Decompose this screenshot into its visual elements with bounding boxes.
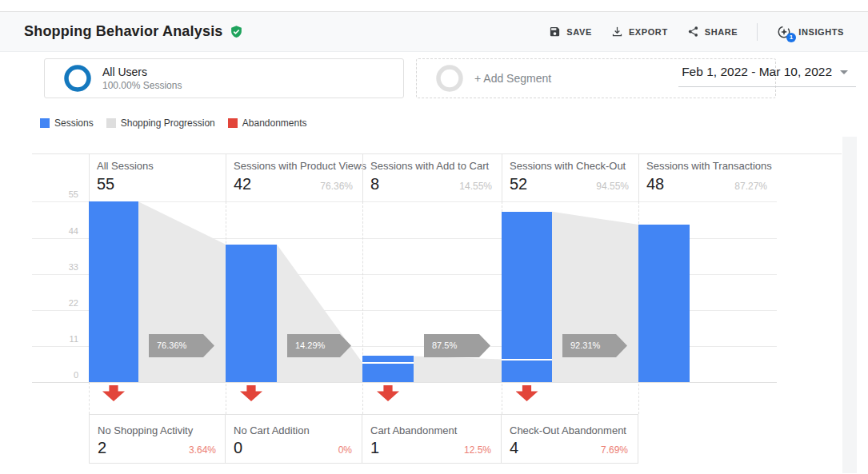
funnel-bar-sessions-with-product-views[interactable] [226, 245, 277, 383]
shopping-funnel-chart: 55443322110All Sessions55Sessions with P… [32, 137, 842, 473]
download-icon [611, 26, 623, 38]
abandonment-percent: 3.64% [189, 444, 216, 456]
chevron-down-icon [840, 70, 848, 74]
funnel-bar-sessions-with-check-out[interactable] [502, 212, 552, 383]
abandonment-label: Cart Abandonment [370, 424, 491, 436]
chart-legend: Sessions Shopping Progression Abandonmen… [40, 118, 307, 129]
report-panel: Shopping Behavior Analysis SAVE [0, 11, 868, 474]
save-button[interactable]: SAVE [549, 26, 592, 38]
funnel-bar-sessions-with-transactions[interactable] [638, 225, 690, 382]
transition-arrow-0: 76.36% [149, 334, 214, 357]
save-icon [549, 26, 561, 38]
transition-arrow-1: 14.29% [287, 334, 351, 357]
share-button[interactable]: SHARE [687, 26, 738, 38]
abandonment-value: 4 [510, 439, 518, 457]
bar-divider-line [362, 362, 414, 364]
transition-arrow-2: 87.5% [424, 334, 490, 357]
date-range-selector[interactable]: Feb 1, 2022 - Mar 10, 2022 [678, 62, 856, 87]
abandonment-percent: 0% [338, 444, 352, 456]
export-button[interactable]: EXPORT [611, 26, 668, 38]
abandonment-label: Check-Out Abandonment [510, 424, 628, 436]
progression-swatch [106, 118, 116, 128]
abandonment-card-no-shopping-activity[interactable]: No Shopping Activity23.64% [89, 414, 226, 464]
transition-arrow-3: 92.31% [562, 334, 627, 357]
legend-item-shopping-progression: Shopping Progression [106, 118, 215, 129]
insights-button[interactable]: 1 INSIGHTS [777, 25, 844, 39]
scrollbar-track[interactable] [842, 137, 857, 473]
empty-donut-icon [436, 65, 463, 92]
abandonments-swatch [228, 118, 238, 128]
abandonment-card-no-cart-addition[interactable]: No Cart Addition00% [225, 414, 362, 464]
verified-shield-icon [230, 25, 243, 39]
shopping-behavior-report: Shopping Behavior Analysis SAVE [0, 0, 868, 474]
abandonment-card-cart-abandonment[interactable]: Cart Abandonment112.5% [362, 414, 502, 464]
abandonment-label: No Cart Addition [234, 424, 352, 436]
bar-divider-line [502, 359, 552, 360]
add-segment-label: + Add Segment [474, 72, 551, 85]
insights-icon: 1 [777, 25, 793, 39]
page-title: Shopping Behavior Analysis [24, 23, 223, 40]
segment-donut-icon [64, 65, 91, 92]
segment-card-all-users[interactable]: All Users 100.00% Sessions [44, 58, 404, 98]
funnel-bar-all-sessions[interactable] [89, 201, 138, 382]
toolbar-divider [757, 23, 758, 41]
share-icon [687, 26, 699, 38]
progression-shape-1 [277, 245, 362, 383]
toolbar: SAVE EXPORT SHARE [549, 23, 844, 41]
segment-name: All Users [102, 66, 182, 78]
abandonment-percent: 12.5% [464, 444, 491, 456]
sessions-swatch [40, 118, 50, 128]
insights-badge: 1 [786, 33, 796, 42]
abandonment-percent: 7.69% [601, 444, 628, 456]
date-range-text: Feb 1, 2022 - Mar 10, 2022 [682, 65, 832, 79]
segment-detail: 100.00% Sessions [102, 80, 182, 91]
abandonment-value: 2 [98, 439, 106, 457]
abandonment-card-check-out-abandonment[interactable]: Check-Out Abandonment47.69% [501, 414, 638, 464]
funnel-bar-sessions-with-add-to-cart[interactable] [362, 356, 414, 382]
legend-item-sessions: Sessions [40, 118, 94, 129]
abandonment-value: 1 [370, 439, 379, 457]
legend-item-abandonments: Abandonments [228, 118, 307, 129]
abandonment-value: 0 [234, 439, 242, 457]
abandonment-label: No Shopping Activity [98, 424, 216, 436]
progression-shape-2 [414, 356, 502, 382]
report-header: Shopping Behavior Analysis SAVE [0, 12, 868, 52]
